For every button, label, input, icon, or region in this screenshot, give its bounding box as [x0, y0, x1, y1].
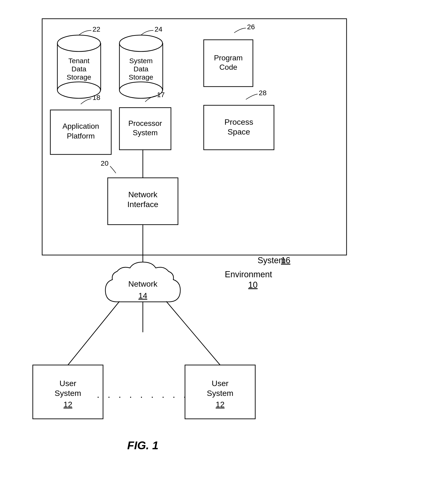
figure-label: FIG. 1	[127, 439, 158, 452]
network-label: Network	[128, 279, 158, 288]
svg-text:Code: Code	[219, 63, 238, 71]
app-platform-label: Application	[62, 122, 99, 130]
processor-system-label: Processor	[128, 119, 162, 128]
svg-text:Data: Data	[71, 65, 86, 73]
svg-line-23	[68, 301, 120, 365]
svg-text:Data: Data	[133, 65, 148, 73]
system-number: 16	[281, 256, 290, 265]
svg-text:Storage: Storage	[129, 73, 153, 81]
svg-text:Interface: Interface	[127, 200, 158, 209]
processor-system-ref: 17	[157, 91, 165, 98]
svg-point-8	[120, 82, 162, 98]
user-system-left-ref: 12	[63, 400, 72, 409]
tenant-data-storage-label: Tenant	[68, 57, 90, 65]
dots: . . . . . . . . .	[97, 389, 189, 400]
svg-text:System: System	[207, 389, 233, 398]
user-system-right-label: User	[212, 379, 229, 388]
system-data-storage-label: System	[129, 57, 153, 65]
diagram-svg: System 16 Tenant Data Storage 22 System …	[19, 9, 405, 491]
tenant-ref: 22	[93, 25, 100, 33]
svg-point-7	[120, 35, 162, 52]
svg-text:Space: Space	[228, 127, 250, 136]
network-interface-ref: 20	[101, 159, 108, 167]
svg-text:Platform: Platform	[67, 132, 95, 140]
app-platform-ref: 18	[93, 94, 100, 101]
user-system-left-label: User	[60, 379, 76, 388]
network-ref: 14	[138, 291, 147, 300]
process-space-ref: 28	[259, 89, 266, 97]
diagram-container: System 16 Tenant Data Storage 22 System …	[19, 9, 405, 491]
program-code-label: Program	[214, 54, 243, 62]
svg-text:System: System	[133, 129, 158, 137]
system-data-ref: 24	[154, 25, 162, 33]
process-space-label: Process	[225, 117, 253, 126]
program-code-ref: 26	[247, 23, 255, 31]
user-system-right-ref: 12	[216, 400, 225, 409]
svg-point-2	[57, 35, 100, 52]
env-number: 10	[248, 280, 258, 290]
env-label: Environment	[225, 270, 272, 279]
svg-text:Storage: Storage	[66, 73, 91, 81]
svg-line-24	[166, 301, 220, 365]
network-interface-label: Network	[128, 190, 158, 199]
svg-text:System: System	[54, 389, 81, 398]
